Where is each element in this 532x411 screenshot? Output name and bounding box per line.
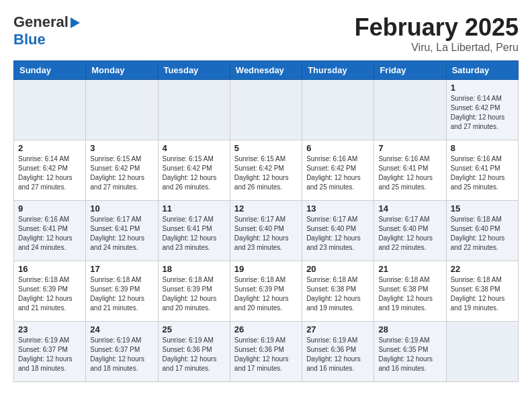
calendar-cell: 2Sunrise: 6:14 AM Sunset: 6:42 PM Daylig… <box>14 140 86 201</box>
day-info: Sunrise: 6:19 AM Sunset: 6:37 PM Dayligh… <box>90 336 153 373</box>
title-block: February 2025 Viru, La Libertad, Peru <box>355 13 519 54</box>
calendar-cell: 27Sunrise: 6:19 AM Sunset: 6:36 PM Dayli… <box>302 322 374 382</box>
day-info: Sunrise: 6:19 AM Sunset: 6:37 PM Dayligh… <box>18 336 81 373</box>
day-info: Sunrise: 6:15 AM Sunset: 6:42 PM Dayligh… <box>234 154 298 192</box>
day-number: 7 <box>378 143 441 153</box>
location-subtitle: Viru, La Libertad, Peru <box>355 42 519 54</box>
day-info: Sunrise: 6:17 AM Sunset: 6:41 PM Dayligh… <box>163 215 226 253</box>
day-info: Sunrise: 6:17 AM Sunset: 6:40 PM Dayligh… <box>378 215 441 253</box>
day-info: Sunrise: 6:18 AM Sunset: 6:39 PM Dayligh… <box>163 275 226 313</box>
day-number: 5 <box>234 143 298 153</box>
day-number: 14 <box>378 203 441 214</box>
day-number: 8 <box>451 143 514 153</box>
day-info: Sunrise: 6:18 AM Sunset: 6:40 PM Dayligh… <box>451 215 514 253</box>
calendar-cell <box>302 80 374 140</box>
day-info: Sunrise: 6:18 AM Sunset: 6:39 PM Dayligh… <box>234 275 298 313</box>
calendar-cell: 8Sunrise: 6:16 AM Sunset: 6:41 PM Daylig… <box>446 140 518 201</box>
day-number: 13 <box>306 203 369 214</box>
day-info: Sunrise: 6:17 AM Sunset: 6:40 PM Dayligh… <box>234 215 298 253</box>
day-info: Sunrise: 6:19 AM Sunset: 6:36 PM Dayligh… <box>163 336 226 373</box>
day-number: 16 <box>18 264 81 274</box>
day-number: 18 <box>163 264 226 274</box>
day-info: Sunrise: 6:16 AM Sunset: 6:41 PM Dayligh… <box>451 154 514 192</box>
calendar-week-row: 16Sunrise: 6:18 AM Sunset: 6:39 PM Dayli… <box>14 261 519 322</box>
day-info: Sunrise: 6:18 AM Sunset: 6:39 PM Dayligh… <box>90 275 153 313</box>
calendar-cell <box>374 80 446 140</box>
day-info: Sunrise: 6:18 AM Sunset: 6:38 PM Dayligh… <box>378 275 441 313</box>
logo-blue: Blue <box>13 31 46 48</box>
day-number: 23 <box>18 324 81 334</box>
calendar-cell: 1Sunrise: 6:14 AM Sunset: 6:42 PM Daylig… <box>446 80 518 140</box>
calendar-cell: 12Sunrise: 6:17 AM Sunset: 6:40 PM Dayli… <box>230 201 302 261</box>
day-number: 1 <box>451 83 514 93</box>
day-number: 17 <box>90 264 153 274</box>
day-number: 24 <box>90 324 153 334</box>
calendar-cell: 5Sunrise: 6:15 AM Sunset: 6:42 PM Daylig… <box>230 140 302 201</box>
day-number: 10 <box>90 203 153 214</box>
day-number: 12 <box>234 203 298 214</box>
month-title: February 2025 <box>355 13 519 42</box>
day-number: 6 <box>306 143 369 153</box>
calendar-cell: 18Sunrise: 6:18 AM Sunset: 6:39 PM Dayli… <box>158 261 230 322</box>
day-number: 19 <box>234 264 298 274</box>
day-info: Sunrise: 6:16 AM Sunset: 6:42 PM Dayligh… <box>306 154 369 192</box>
calendar-cell: 7Sunrise: 6:16 AM Sunset: 6:41 PM Daylig… <box>374 140 446 201</box>
day-info: Sunrise: 6:19 AM Sunset: 6:35 PM Dayligh… <box>378 336 441 373</box>
weekday-header-monday: Monday <box>86 61 158 80</box>
calendar-header-row: SundayMondayTuesdayWednesdayThursdayFrid… <box>14 61 519 80</box>
day-info: Sunrise: 6:16 AM Sunset: 6:41 PM Dayligh… <box>18 215 81 253</box>
calendar-cell: 25Sunrise: 6:19 AM Sunset: 6:36 PM Dayli… <box>158 322 230 382</box>
day-info: Sunrise: 6:18 AM Sunset: 6:38 PM Dayligh… <box>451 275 514 313</box>
calendar-cell: 14Sunrise: 6:17 AM Sunset: 6:40 PM Dayli… <box>374 201 446 261</box>
day-info: Sunrise: 6:18 AM Sunset: 6:38 PM Dayligh… <box>306 275 369 313</box>
calendar-cell: 11Sunrise: 6:17 AM Sunset: 6:41 PM Dayli… <box>158 201 230 261</box>
calendar-cell: 15Sunrise: 6:18 AM Sunset: 6:40 PM Dayli… <box>446 201 518 261</box>
day-info: Sunrise: 6:17 AM Sunset: 6:41 PM Dayligh… <box>90 215 153 253</box>
day-number: 27 <box>306 324 369 334</box>
day-number: 4 <box>163 143 226 153</box>
calendar-cell: 4Sunrise: 6:15 AM Sunset: 6:42 PM Daylig… <box>158 140 230 201</box>
day-number: 11 <box>163 203 226 214</box>
day-info: Sunrise: 6:18 AM Sunset: 6:39 PM Dayligh… <box>18 275 81 313</box>
day-number: 26 <box>234 324 298 334</box>
calendar-week-row: 23Sunrise: 6:19 AM Sunset: 6:37 PM Dayli… <box>14 322 519 382</box>
day-info: Sunrise: 6:15 AM Sunset: 6:42 PM Dayligh… <box>163 154 226 192</box>
day-number: 2 <box>18 143 81 153</box>
weekday-header-saturday: Saturday <box>446 61 518 80</box>
logo-arrow-icon <box>71 17 80 28</box>
calendar-cell: 17Sunrise: 6:18 AM Sunset: 6:39 PM Dayli… <box>86 261 158 322</box>
day-number: 22 <box>451 264 514 274</box>
day-info: Sunrise: 6:19 AM Sunset: 6:36 PM Dayligh… <box>306 336 369 373</box>
day-info: Sunrise: 6:14 AM Sunset: 6:42 PM Dayligh… <box>451 94 514 132</box>
weekday-header-thursday: Thursday <box>302 61 374 80</box>
calendar-cell: 9Sunrise: 6:16 AM Sunset: 6:41 PM Daylig… <box>14 201 86 261</box>
calendar-cell: 13Sunrise: 6:17 AM Sunset: 6:40 PM Dayli… <box>302 201 374 261</box>
calendar-cell: 6Sunrise: 6:16 AM Sunset: 6:42 PM Daylig… <box>302 140 374 201</box>
weekday-header-tuesday: Tuesday <box>158 61 230 80</box>
logo: General Blue <box>13 13 80 48</box>
calendar-cell <box>158 80 230 140</box>
calendar-cell: 28Sunrise: 6:19 AM Sunset: 6:35 PM Dayli… <box>374 322 446 382</box>
calendar-cell: 21Sunrise: 6:18 AM Sunset: 6:38 PM Dayli… <box>374 261 446 322</box>
calendar-cell <box>446 322 518 382</box>
day-info: Sunrise: 6:15 AM Sunset: 6:42 PM Dayligh… <box>90 154 153 192</box>
calendar-cell: 24Sunrise: 6:19 AM Sunset: 6:37 PM Dayli… <box>86 322 158 382</box>
day-info: Sunrise: 6:19 AM Sunset: 6:36 PM Dayligh… <box>234 336 298 373</box>
calendar-cell: 22Sunrise: 6:18 AM Sunset: 6:38 PM Dayli… <box>446 261 518 322</box>
calendar-week-row: 2Sunrise: 6:14 AM Sunset: 6:42 PM Daylig… <box>14 140 519 201</box>
day-number: 9 <box>18 203 81 214</box>
calendar-cell <box>14 80 86 140</box>
day-info: Sunrise: 6:16 AM Sunset: 6:41 PM Dayligh… <box>378 154 441 192</box>
day-number: 15 <box>451 203 514 214</box>
calendar-cell: 23Sunrise: 6:19 AM Sunset: 6:37 PM Dayli… <box>14 322 86 382</box>
calendar-cell: 10Sunrise: 6:17 AM Sunset: 6:41 PM Dayli… <box>86 201 158 261</box>
day-number: 28 <box>378 324 441 334</box>
day-number: 3 <box>90 143 153 153</box>
calendar-cell: 26Sunrise: 6:19 AM Sunset: 6:36 PM Dayli… <box>230 322 302 382</box>
weekday-header-sunday: Sunday <box>14 61 86 80</box>
weekday-header-wednesday: Wednesday <box>230 61 302 80</box>
calendar-cell <box>86 80 158 140</box>
day-number: 20 <box>306 264 369 274</box>
calendar-cell: 3Sunrise: 6:15 AM Sunset: 6:42 PM Daylig… <box>86 140 158 201</box>
page-header: General Blue February 2025 Viru, La Libe… <box>13 13 519 54</box>
